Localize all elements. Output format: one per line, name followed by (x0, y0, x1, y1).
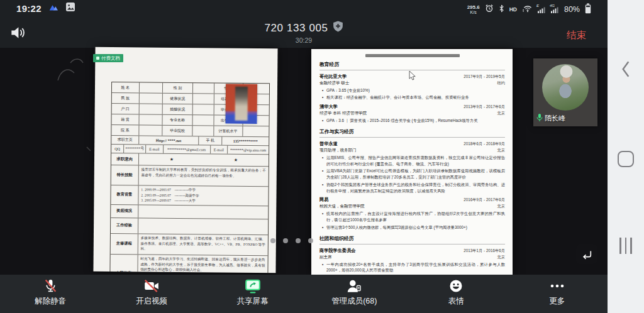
form-row: 奖惩情况 (111, 205, 268, 219)
entry-dates: 2017年9月 - 2019年5月 (464, 74, 505, 80)
entry-dates: 2013年9月 - 2017年6月 (464, 104, 505, 110)
end-meeting-button[interactable]: 结束 (567, 29, 586, 42)
truncated-header-line (365, 54, 460, 57)
gallery-notification-icon (66, 3, 75, 14)
id-photo-placeholder (226, 84, 258, 124)
star-mark: ★ (140, 156, 204, 162)
participant-video-tile[interactable]: 隋长峰 (533, 58, 597, 126)
resume-entry: 普华永道 2018年6月 - 2018年9月 项目助理，税务部门 北京 运用EM… (319, 141, 505, 194)
entry-role: 项目助理，税务部门 (319, 148, 357, 153)
signal-e-icon: E (538, 6, 546, 13)
manage-members-button[interactable]: 管理成员(68) (331, 278, 377, 307)
entry-location: 北京 (497, 148, 505, 153)
section-title: 工作与实习经历 (319, 128, 505, 138)
mic-active-icon (536, 113, 543, 123)
entry-role: 校园大使，金融管理学院 (319, 204, 365, 209)
camera-off-icon (143, 278, 160, 294)
nav-recents-icon (619, 238, 621, 254)
bluetooth-icon (499, 4, 504, 15)
page-indicator-dots (270, 238, 313, 243)
entry-bullets: GPA：3.6 ｜ 荣誉奖项：2015–2016 综合奖学金 (专业前15%)，… (319, 118, 505, 124)
bullet-item: 运用VBA为部门更新了Excel可比公司筛选模板，为部门入职培训录制数据库使用视… (322, 168, 505, 180)
resume-entry: 网易 2016年9月 - 2017年6月 校园大使，金融管理学院 北京 统筹校内… (319, 197, 505, 230)
signal-4g-icon: 4G (551, 6, 559, 13)
form-paragraph-rows: 特长技能 接受过五年制的大学本科教育，受到过良好的专业训练，能承担重大的任务；不… (110, 165, 269, 273)
network-speed-indicator: 295.6K/s (467, 5, 480, 14)
mic-muted-icon (43, 278, 58, 294)
battery-icon (585, 3, 591, 16)
section-title: 社团和组织经历 (319, 235, 505, 244)
more-icon (548, 278, 567, 294)
rotate-view-button[interactable] (576, 244, 597, 264)
bullet-item: 管理运营3个500人校内微信群，每周撰写3篇原创公众号文章 (平均阅读量3000… (322, 224, 505, 231)
hd-voice-badge: HD (509, 6, 517, 13)
members-icon (346, 278, 362, 294)
nav-home-button[interactable] (608, 150, 644, 168)
form-row: 自我鉴定 时光飞逝，四年的大学学习、生活转瞬即逝。回首这四年，我从青涩一步步走向… (110, 255, 268, 273)
entry-organization: 商学院学生委员会 (319, 248, 356, 254)
share-screen-icon (245, 278, 261, 294)
nav-recents-button[interactable] (608, 236, 644, 255)
bullet-item: GPA：3.65 (专业前10%) (322, 87, 505, 94)
bullet-item: 运用EMIS、公司年报、报告产业信息网等渠道查找所需数据及资料，独立完成 8 家… (322, 155, 505, 167)
participant-name: 隋长峰 (545, 114, 565, 123)
meeting-app-screen: 19:22 295.6K/s HD E (0, 0, 644, 313)
meeting-timer: 30:29 (0, 36, 608, 44)
resume-section: 工作与实习经历 普华永道 2018年6月 - 2018年9月 项目助理，税务部门… (319, 128, 505, 231)
clock-label: 19:22 (16, 3, 42, 14)
meeting-info: 720 133 005 30:29 (0, 21, 608, 44)
participant-avatar (542, 64, 589, 111)
entry-dates: 2018年6月 - 2018年9月 (464, 141, 505, 147)
section-entries: 普华永道 2018年6月 - 2018年9月 项目助理，税务部门 北京 运用EM… (319, 141, 505, 231)
shield-plus-icon[interactable] (333, 21, 343, 35)
android-nav-bar (608, 0, 644, 313)
battery-percent-label: 80% (564, 5, 580, 14)
entry-role: 副主席 (319, 255, 332, 260)
entry-bullets: GPA：3.65 (专业前10%)相关课程：经济金融学、金融统计学、会计与资本市… (319, 87, 505, 101)
alarm-icon (485, 4, 494, 15)
page-indicator-dot (283, 238, 288, 243)
entry-location: 北京 (497, 204, 505, 209)
entry-bullets: 一年内成功招收20+名骨干成员，主持举办了3届商学院学生拓展训练和交流活动，累计… (319, 261, 505, 275)
bullet-item: 统筹校内的运营推广，自主设计宣传海报进行校内线下推广，协助组织2次学生创意大赛的… (322, 211, 505, 223)
entry-bullets: 运用EMIS、公司年报、报告产业信息网等渠道查找所需数据及资料，独立完成 8 家… (319, 155, 505, 194)
form-row: 院 系 毕业院校 计算机水平 (111, 125, 269, 137)
resume-entry: 商学院学生委员会 2013年1月 - 2016年6月 副主席 北京 一年内成功招… (319, 248, 505, 275)
emoji-button[interactable]: 表情 (434, 278, 478, 307)
page-indicator-dot (270, 238, 275, 243)
bullet-item: 协助2个韩国集团客户管理全球业务所产生的税务和社会保障责任，制订分税政策、审阅劳… (322, 182, 505, 194)
entry-role: 金融经济学 硕士 (319, 80, 349, 86)
form-row-intent: 求职意向 ★ ★ (111, 153, 269, 167)
entry-location: 纽约 (497, 80, 505, 86)
share-screen-button[interactable]: 共享屏幕 (231, 278, 275, 307)
paid-doc-badge: 付费文档 (93, 54, 123, 62)
wifi-icon (522, 4, 533, 15)
form-row: 特长技能 接受过五年制的大学本科教育，受到过良好的专业训练，能承担重大的任务；不… (111, 165, 269, 187)
entry-dates: 2013年1月 - 2016年6月 (464, 248, 505, 254)
unmute-button[interactable]: 解除静音 (28, 278, 72, 307)
emoji-icon (448, 278, 464, 294)
nav-back-button[interactable] (608, 58, 644, 80)
entry-dates: 2016年9月 - 2017年6月 (464, 197, 505, 203)
status-bar: 19:22 295.6K/s HD E (0, 0, 608, 19)
section-entries: 商学院学生委员会 2013年1月 - 2016年6月 副主席 北京 一年内成功招… (319, 248, 505, 275)
entry-organization: 网易 (319, 197, 328, 203)
notification-app-icon (48, 3, 59, 14)
star-mark: ★ (204, 157, 268, 163)
more-button[interactable]: 更多 (535, 278, 579, 307)
section-title: 教育经历 (319, 61, 505, 70)
entry-location: 北京 (497, 255, 505, 260)
meeting-toolbar: 解除静音 开启视频 共享屏幕 管理成员(68) 表情 (0, 275, 608, 313)
resume-sections: 教育经历 哥伦比亚大学 2017年9月 - 2019年5月 金融经济学 硕士 纽… (319, 61, 505, 275)
resume-entry: 清华大学 2013年9月 - 2017年6月 经济学 本科 经济管理学院 北京 … (319, 104, 505, 124)
entry-organization: 清华大学 (319, 104, 338, 110)
meeting-id: 720 133 005 (264, 22, 328, 35)
blurred-face (235, 86, 248, 120)
entry-bullets: 统筹校内的运营推广，自主设计宣传海报进行校内线下推广，协助组织2次学生创意大赛的… (319, 211, 505, 230)
shared-doc-left: 姓 名 性 别 学 历 民 族 健康状况 培养类别 户 口 (93, 47, 277, 273)
entry-role: 经济学 本科 经济管理学院 (319, 111, 367, 116)
start-video-button[interactable]: 开启视频 (130, 278, 174, 307)
form-row: 主修课程 多媒体技术、数据结构、数据库、计算机维修、软件工程、计算机网络、汇编、… (111, 234, 268, 256)
page-indicator-dot (296, 238, 301, 243)
bullet-item: 一年内成功招收20+名骨干成员，主持举办了3届商学院学生拓展训练和交流活动，累计… (322, 261, 505, 274)
